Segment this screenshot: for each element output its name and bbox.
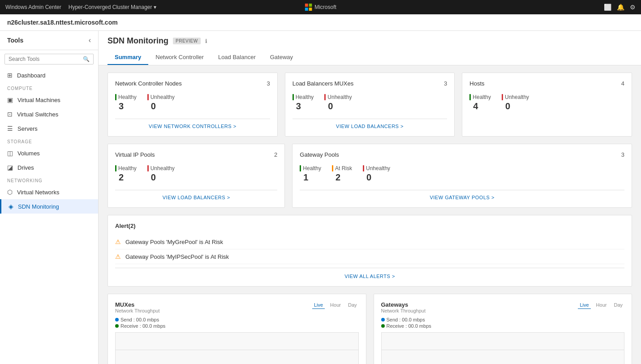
hosts-unhealthy-indicator	[502, 94, 503, 100]
sidebar-title: Tools	[7, 37, 23, 44]
charts-row: MUXes Network Throughput Live Hour Day S…	[108, 294, 632, 364]
card-gw-title: Gateway Pools	[300, 151, 339, 158]
sidebar-item-sdn-monitoring[interactable]: ◈ SDN Monitoring	[0, 199, 98, 214]
gw-unhealthy-indicator	[363, 165, 364, 171]
microsoft-label: Microsoft	[314, 4, 336, 10]
nc-healthy-label: Healthy	[118, 94, 137, 100]
lb-unhealthy-value: 0	[324, 101, 352, 111]
card-lb-title: Load Balancers MUXes	[293, 80, 354, 87]
lb-unhealthy-label: Unhealthy	[327, 94, 352, 100]
chart-gateways-tab-hour[interactable]: Hour	[594, 301, 609, 309]
alert-text-2: Gateway Pools 'MyIPSecPool' is At Risk	[125, 253, 229, 260]
chart-muxes-tab-live[interactable]: Live	[312, 301, 325, 309]
gw-at-risk-label: At Risk	[335, 165, 352, 171]
sidebar-item-drives[interactable]: ◪ Drives	[0, 160, 98, 175]
lb-healthy-indicator	[293, 94, 294, 100]
tab-summary[interactable]: Summary	[108, 50, 148, 65]
search-box[interactable]: 🔍	[4, 54, 94, 64]
info-icon[interactable]: ℹ	[205, 38, 207, 44]
sidebar-item-virtual-switches[interactable]: ⊡ Virtual Switches	[0, 107, 98, 121]
search-input[interactable]	[9, 56, 83, 62]
tab-gateway[interactable]: Gateway	[263, 50, 300, 65]
sidebar-item-virtual-machines[interactable]: ▣ Virtual Machines	[0, 93, 98, 107]
gw-unhealthy-label: Unhealthy	[366, 165, 390, 171]
card-load-balancers-muxes: Load Balancers MUXes 3 Healthy 3	[285, 73, 455, 137]
nc-healthy-indicator	[115, 94, 116, 100]
card-virtual-ip-pools: Virtual IP Pools 2 Healthy 2	[108, 144, 285, 208]
chart-muxes-tab-hour[interactable]: Hour	[328, 301, 343, 309]
sidebar-collapse-button[interactable]: ‹	[89, 36, 91, 44]
chart-gateways-tab-day[interactable]: Day	[612, 301, 624, 309]
alert-warning-icon-2: ⚠	[115, 253, 121, 260]
alert-item-2: ⚠ Gateway Pools 'MyIPSecPool' is At Risk	[115, 249, 624, 264]
vip-view-link[interactable]: VIEW LOAD BALANCERS >	[115, 190, 277, 200]
gw-view-link[interactable]: VIEW GATEWAY POOLS >	[300, 190, 624, 200]
gw-healthy-indicator	[300, 165, 301, 171]
muxes-receive-label: Receive : 00.0 mbps	[120, 323, 165, 329]
settings-icon[interactable]: ⚙	[630, 4, 636, 11]
tab-load-balancer[interactable]: Load Balancer	[211, 50, 263, 65]
chart-gateways-tab-live[interactable]: Live	[578, 301, 590, 309]
vswitch-icon: ⊡	[7, 111, 13, 118]
chart-gateways: Gateways Network Throughput Live Hour Da…	[374, 294, 632, 364]
alert-warning-icon-1: ⚠	[115, 238, 121, 245]
gw-healthy-value: 1	[300, 172, 321, 183]
cluster-manager-chevron[interactable]: ▾	[154, 4, 156, 10]
alert-text-1: Gateway Pools 'MyGrePool' is At Risk	[125, 239, 223, 245]
hosts-healthy-indicator	[469, 94, 471, 100]
chart-muxes-time-tabs: Live Hour Day	[312, 301, 359, 309]
gw-at-risk-value: 2	[332, 172, 352, 183]
card-hosts: Hosts 4 Healthy 4	[462, 73, 632, 137]
microsoft-logo	[305, 4, 312, 11]
chart-muxes-area	[115, 332, 359, 364]
vip-healthy-value: 2	[115, 172, 137, 183]
vip-unhealthy-indicator	[147, 165, 149, 171]
svg-rect-0	[305, 4, 308, 7]
drives-icon: ◪	[7, 164, 13, 171]
virtual-networks-icon: ⬡	[7, 188, 13, 196]
nc-unhealthy-value: 0	[147, 101, 175, 111]
server-icon: ☰	[7, 125, 13, 132]
nc-view-link[interactable]: VIEW NETWORK CONTROLLERS >	[115, 119, 270, 129]
svg-rect-2	[305, 8, 308, 11]
card-vip-count: 2	[274, 151, 277, 158]
search-icon: 🔍	[83, 56, 90, 62]
view-all-alerts-link[interactable]: VIEW ALL ALERTS >	[115, 268, 624, 279]
chart-gateways-zero-line	[382, 350, 624, 350]
sidebar-item-servers[interactable]: ☰ Servers	[0, 121, 98, 136]
card-gateway-pools: Gateway Pools 3 Healthy 1	[292, 144, 632, 208]
muxes-receive-legend-dot	[115, 324, 119, 328]
card-network-controller-nodes: Network Controller Nodes 3 Healthy 3	[108, 73, 278, 137]
sidebar-item-virtual-networks[interactable]: ⬡ Virtual Networks	[0, 185, 98, 199]
hosts-unhealthy-label: Unhealthy	[505, 94, 529, 100]
compute-section-label: COMPUTE	[0, 82, 98, 93]
tabs: Summary Network Controller Load Balancer…	[108, 50, 632, 65]
sidebar-item-volumes[interactable]: ◫ Volumes	[0, 146, 98, 160]
card-vip-title: Virtual IP Pools	[115, 151, 155, 158]
breadcrumb: n26cluster.sa18.nttest.microsoft.com	[0, 14, 641, 31]
cards-row-1: Network Controller Nodes 3 Healthy 3	[108, 73, 632, 137]
chart-muxes: MUXes Network Throughput Live Hour Day S…	[108, 294, 366, 364]
tab-network-controller[interactable]: Network Controller	[148, 50, 211, 65]
notification-icon[interactable]: 🔔	[617, 4, 624, 11]
sidebar-item-label: Virtual Switches	[17, 111, 58, 118]
main-content: SDN Monitoring PREVIEW ℹ Summary Network…	[99, 31, 641, 364]
lb-unhealthy-indicator	[324, 94, 326, 100]
monitor-icon[interactable]: ⬜	[604, 4, 611, 11]
cluster-manager-label: Hyper-Converged Cluster Manager ▾	[69, 4, 157, 10]
hosts-healthy-label: Healthy	[473, 94, 491, 100]
gw-unhealthy-value: 0	[363, 172, 390, 183]
volumes-icon: ◫	[7, 150, 13, 157]
lb-view-link[interactable]: VIEW LOAD BALANCERS >	[293, 119, 447, 129]
vm-icon: ▣	[7, 96, 13, 103]
hosts-unhealthy-value: 0	[502, 101, 529, 111]
vip-unhealthy-value: 0	[147, 172, 175, 183]
sidebar-item-dashboard[interactable]: ⊞ Dashboard	[0, 68, 98, 82]
chart-gateways-area	[381, 332, 625, 364]
sidebar-item-label: SDN Monitoring	[18, 203, 59, 210]
sidebar-item-label: Virtual Networks	[17, 189, 59, 196]
chart-muxes-zero-line	[116, 350, 358, 350]
chart-muxes-tab-day[interactable]: Day	[346, 301, 359, 309]
nc-unhealthy-indicator	[147, 94, 149, 100]
sidebar-item-label: Drives	[17, 164, 34, 171]
